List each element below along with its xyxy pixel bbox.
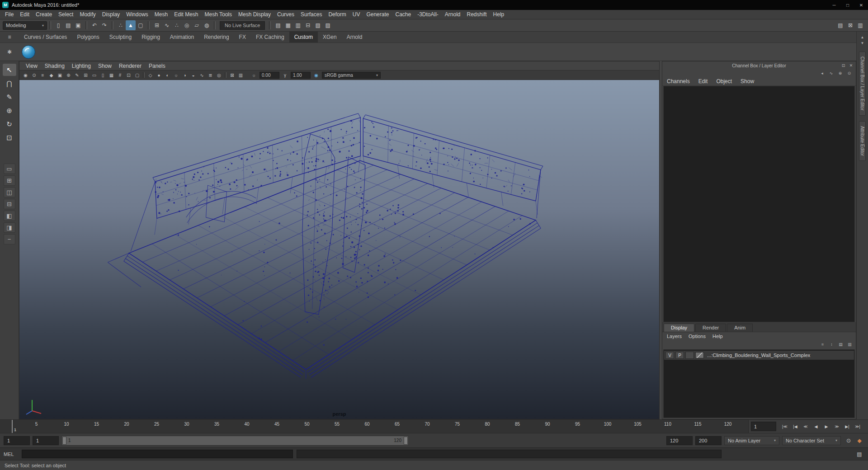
ipr-render-icon[interactable]: ▥ bbox=[293, 20, 303, 30]
menu-mesh[interactable]: Mesh bbox=[151, 11, 171, 18]
range-start-handle[interactable] bbox=[62, 437, 66, 445]
gamma-icon[interactable]: γ bbox=[281, 71, 289, 79]
panel-menu-lighting[interactable]: Lighting bbox=[68, 63, 94, 69]
three-pane-left-layout[interactable]: ◧ bbox=[4, 211, 15, 221]
layer-color-swatch[interactable] bbox=[695, 352, 704, 358]
single-pane-layout[interactable]: ▭ bbox=[4, 164, 15, 174]
shelf-tab-animation[interactable]: Animation bbox=[165, 32, 199, 42]
redo-icon[interactable]: ↷ bbox=[99, 20, 109, 30]
collapse-left-icon[interactable]: ◂ bbox=[818, 70, 826, 77]
menu-cache[interactable]: Cache bbox=[392, 11, 414, 18]
smooth-shade-icon[interactable]: ● bbox=[155, 71, 163, 79]
isolate-select-icon[interactable]: ⊠ bbox=[228, 71, 236, 79]
stacked-layout[interactable]: ⊟ bbox=[4, 199, 15, 209]
maximize-button[interactable]: □ bbox=[841, 0, 854, 10]
sidebar-channel-box-icon[interactable]: ▥ bbox=[855, 20, 865, 30]
new-scene-icon[interactable]: ▯ bbox=[53, 20, 63, 30]
open-scene-icon[interactable]: ▤ bbox=[63, 20, 73, 30]
scale-tool[interactable]: ⊡ bbox=[3, 132, 16, 144]
move-tool[interactable]: ⊕ bbox=[3, 104, 16, 117]
panel-menu-panels[interactable]: Panels bbox=[145, 63, 169, 69]
field-chart-icon[interactable]: # bbox=[116, 71, 124, 79]
command-input[interactable] bbox=[22, 450, 293, 458]
side-tab-channel-box-layer-editor[interactable]: Channel Box / Layer Editor bbox=[859, 52, 866, 116]
hypershade-icon[interactable]: ▧ bbox=[313, 20, 323, 30]
shelf-tab-arnold[interactable]: Arnold bbox=[342, 32, 368, 42]
move-layer-icon[interactable]: ↕ bbox=[828, 341, 835, 348]
multisampling-icon[interactable]: ≣ bbox=[206, 71, 215, 79]
exposure-icon[interactable]: ☼ bbox=[250, 71, 258, 79]
select-component-icon[interactable]: ▢ bbox=[136, 20, 146, 30]
dock-icon[interactable]: ⊡ bbox=[840, 62, 847, 69]
layer-menu-layers[interactable]: Layers bbox=[667, 334, 682, 339]
collapse-layouts-button[interactable]: − bbox=[4, 234, 15, 244]
x-ray-icon[interactable]: ▥ bbox=[236, 71, 245, 79]
color-management-icon[interactable]: ◉ bbox=[312, 71, 321, 79]
menu-mesh-tools[interactable]: Mesh Tools bbox=[202, 11, 235, 18]
menu-edit[interactable]: Edit bbox=[17, 11, 33, 18]
close-icon[interactable]: ✕ bbox=[847, 62, 855, 69]
menu-deform[interactable]: Deform bbox=[325, 11, 349, 18]
shelf-tab-custom[interactable]: Custom bbox=[289, 32, 318, 42]
layer-editor-tab-display[interactable]: Display bbox=[664, 324, 694, 332]
shelf-gear-icon[interactable]: ✱ bbox=[5, 48, 14, 56]
rotate-tool[interactable]: ↻ bbox=[3, 118, 16, 130]
new-empty-layer-icon[interactable]: ▤ bbox=[837, 341, 844, 348]
playback-range-slider[interactable]: 1 120 bbox=[61, 436, 409, 446]
step-forward-key-button[interactable]: ≫ bbox=[832, 422, 842, 431]
animation-end-field[interactable]: 200 bbox=[695, 436, 722, 445]
animation-start-field[interactable]: 1 bbox=[4, 436, 30, 445]
undo-icon[interactable]: ↶ bbox=[90, 20, 99, 30]
textured-icon[interactable]: ◐ bbox=[163, 71, 172, 79]
menu-uv[interactable]: UV bbox=[349, 11, 363, 18]
motion-blur-icon[interactable]: ∿ bbox=[198, 71, 206, 79]
menu-generate[interactable]: Generate bbox=[363, 11, 392, 18]
menu-arnold[interactable]: Arnold bbox=[442, 11, 464, 18]
select-hierarchy-icon[interactable]: ∴ bbox=[116, 20, 126, 30]
scroll-down-icon[interactable]: ▼ bbox=[859, 40, 866, 46]
manipulator-icon[interactable]: ⊕ bbox=[836, 70, 844, 77]
select-camera-icon[interactable]: ◉ bbox=[21, 71, 30, 79]
shelf-tab-rigging[interactable]: Rigging bbox=[137, 32, 165, 42]
snap-to-points-icon[interactable]: ∴ bbox=[172, 20, 182, 30]
select-tool[interactable]: ↖ bbox=[3, 64, 16, 76]
safe-action-icon[interactable]: ⊡ bbox=[124, 71, 133, 79]
step-back-frame-button[interactable]: |◀ bbox=[790, 422, 800, 431]
menu-help[interactable]: Help bbox=[490, 11, 508, 18]
script-editor-icon[interactable]: ▤ bbox=[854, 449, 864, 459]
sort-layers-icon[interactable]: ≡ bbox=[819, 341, 826, 348]
lock-camera-icon[interactable]: ⊙ bbox=[30, 71, 38, 79]
layer-name-label[interactable]: ...:Climbing_Bouldering_Wall_Sports_Comp… bbox=[707, 352, 810, 358]
image-plane-icon[interactable]: ▣ bbox=[56, 71, 64, 79]
render-view-icon[interactable]: ▤ bbox=[273, 20, 283, 30]
current-frame-field[interactable]: 1 bbox=[751, 422, 776, 431]
time-slider[interactable]: 1 51015202530354045505560657075808590951… bbox=[0, 420, 749, 433]
shelf-tab-polygons[interactable]: Polygons bbox=[72, 32, 104, 42]
menu-edit-mesh[interactable]: Edit Mesh bbox=[171, 11, 201, 18]
channel-settings-icon[interactable]: ⊙ bbox=[845, 70, 853, 77]
channel-box-menu-edit[interactable]: Edit bbox=[698, 78, 708, 85]
shelf-tab-curves-surfaces[interactable]: Curves / Surfaces bbox=[19, 32, 72, 42]
lasso-tool[interactable]: ⋂ bbox=[3, 77, 16, 89]
play-forwards-button[interactable]: ▶ bbox=[821, 422, 831, 431]
sidebar-attribute-editor-icon[interactable]: ▤ bbox=[835, 20, 845, 30]
grid-icon[interactable]: ⊞ bbox=[81, 71, 90, 79]
camera-attributes-icon[interactable]: ≡ bbox=[38, 71, 47, 79]
minimize-button[interactable]: ─ bbox=[827, 0, 841, 10]
layer-editor-tab-render[interactable]: Render bbox=[695, 324, 726, 332]
snap-to-projected-center-icon[interactable]: ◎ bbox=[182, 20, 192, 30]
panel-menu-shading[interactable]: Shading bbox=[41, 63, 68, 69]
go-to-end-button[interactable]: ≫| bbox=[853, 422, 863, 431]
scroll-up-icon[interactable]: ▲ bbox=[859, 34, 866, 40]
layer-menu-help[interactable]: Help bbox=[712, 334, 723, 339]
four-pane-layout[interactable]: ⊞ bbox=[4, 175, 15, 186]
shelf-tab-xgen[interactable]: XGen bbox=[318, 32, 342, 42]
screen-space-ao-icon[interactable]: ◒ bbox=[189, 71, 198, 79]
panel-menu-renderer[interactable]: Renderer bbox=[115, 63, 145, 69]
snap-to-view-planes-icon[interactable]: ▱ bbox=[192, 20, 202, 30]
render-settings-icon[interactable]: ⊟ bbox=[303, 20, 313, 30]
auto-keyframe-toggle-icon[interactable]: ◆ bbox=[854, 436, 864, 446]
layer-playback-toggle[interactable]: P bbox=[675, 352, 684, 359]
side-tab-attribute-editor[interactable]: Attribute Editor bbox=[859, 121, 866, 161]
render-current-frame-icon[interactable]: ▦ bbox=[283, 20, 293, 30]
